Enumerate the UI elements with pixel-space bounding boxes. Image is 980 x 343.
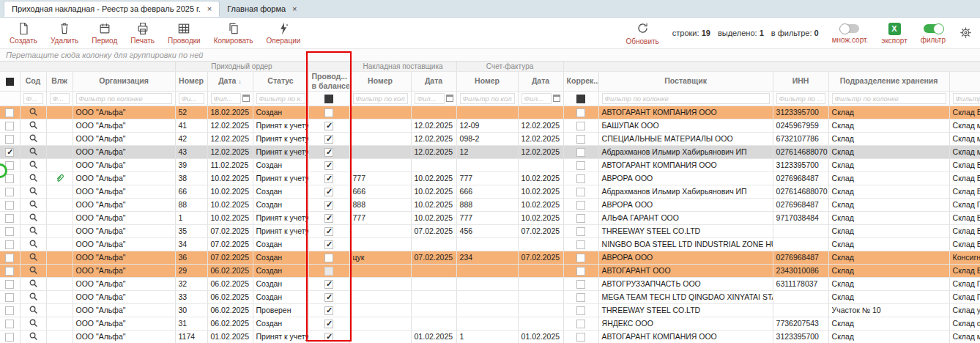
corr-checkbox[interactable] xyxy=(576,108,585,117)
row-select-checkbox[interactable] xyxy=(5,108,14,117)
table-row[interactable]: ООО "Альфа"4112.02.2025Принят к учету12.… xyxy=(0,119,980,132)
filter-checkbox-posted[interactable] xyxy=(324,95,333,103)
open-record-icon[interactable] xyxy=(29,305,38,316)
row-select-checkbox[interactable] xyxy=(5,161,14,170)
filter-input-sup_num[interactable] xyxy=(353,93,408,104)
period-button[interactable]: Период xyxy=(86,20,122,46)
table-row[interactable]: ООО "Альфа"3006.02.2025ПроверенTHREEWAY … xyxy=(0,303,980,317)
copy-button[interactable]: Копировать xyxy=(209,20,259,46)
tab-main-form[interactable]: Главная форма × xyxy=(220,1,304,17)
column-header-po_num[interactable]: Номер xyxy=(175,71,207,91)
table-row[interactable]: ООО "Альфа"4212.02.2025Принят к учету12.… xyxy=(0,132,980,145)
refresh-button[interactable]: Обновить xyxy=(626,21,658,45)
corr-checkbox[interactable] xyxy=(576,293,585,302)
column-header-inn[interactable]: ИНН xyxy=(773,71,828,91)
row-select-checkbox[interactable] xyxy=(5,201,14,210)
filter-input-supplier[interactable] xyxy=(602,93,770,104)
corr-checkbox[interactable] xyxy=(576,227,585,236)
row-select-checkbox[interactable] xyxy=(5,188,14,196)
filter-input-sod[interactable] xyxy=(23,93,43,104)
posted-checkbox[interactable] xyxy=(324,320,333,328)
posted-checkbox[interactable] xyxy=(324,188,333,196)
table-row[interactable]: ООО "Альфа"4312.02.2025Принят к учету12.… xyxy=(0,145,980,158)
column-header-po_date[interactable]: Дата ↓ xyxy=(207,71,253,91)
calendar-icon[interactable] xyxy=(553,95,560,102)
print-button[interactable]: Печать xyxy=(125,20,160,46)
tab-close-icon[interactable]: × xyxy=(292,4,297,13)
calendar-icon[interactable] xyxy=(242,95,250,102)
open-record-icon[interactable] xyxy=(29,252,38,263)
column-header-org[interactable]: Организация xyxy=(73,71,175,91)
column-header-extra[interactable] xyxy=(949,71,980,91)
corr-checkbox[interactable] xyxy=(576,214,585,223)
filter-input-sf_date[interactable] xyxy=(521,93,552,104)
row-select-checkbox[interactable] xyxy=(5,135,14,144)
corr-checkbox[interactable] xyxy=(576,201,585,210)
table-row[interactable]: ООО "Альфа"5218.02.2025СозданАВТОГАРАНТ … xyxy=(0,106,980,119)
table-row[interactable]: ООО "Альфа"8810.02.2025Создан88810.02.20… xyxy=(0,198,980,211)
table-row[interactable]: ООО "Альфа"3911.02.2025СозданАВТОГАРАНТ … xyxy=(0,158,980,172)
corr-checkbox[interactable] xyxy=(576,280,585,289)
corr-checkbox[interactable] xyxy=(576,188,585,196)
table-row[interactable]: ООО "Альфа"117401.02.2025Принят к учету0… xyxy=(0,330,980,343)
column-header-sf_date[interactable]: Дата xyxy=(518,71,563,91)
row-select-checkbox[interactable] xyxy=(5,267,14,276)
export-button[interactable]: X экспорт xyxy=(881,22,907,45)
open-record-icon[interactable] xyxy=(29,107,38,118)
row-select-checkbox[interactable] xyxy=(5,122,14,130)
operations-button[interactable]: Операции xyxy=(261,20,306,46)
column-header-vlj[interactable]: Влж xyxy=(46,71,73,91)
column-header-supplier[interactable]: Поставщик xyxy=(598,71,773,91)
toggle-on-icon[interactable] xyxy=(924,24,943,33)
corr-checkbox[interactable] xyxy=(576,254,585,262)
open-record-icon[interactable] xyxy=(29,213,38,224)
open-record-icon[interactable] xyxy=(29,331,38,342)
filter-input-org[interactable] xyxy=(76,93,172,104)
posted-checkbox[interactable] xyxy=(324,267,333,276)
corr-checkbox[interactable] xyxy=(576,135,585,144)
filter-toggle[interactable]: фильтр xyxy=(921,22,946,44)
table-row[interactable]: ООО "Альфа"3206.02.2025СозданАВТОГРУЗЗАП… xyxy=(0,277,980,290)
row-select-checkbox[interactable] xyxy=(5,254,14,262)
posted-checkbox[interactable] xyxy=(324,201,333,210)
posted-checkbox[interactable] xyxy=(324,333,333,342)
open-record-icon[interactable] xyxy=(29,318,38,329)
table-row[interactable]: ООО "Альфа"3507.02.2025Принят к учету07.… xyxy=(0,224,980,237)
corr-checkbox[interactable] xyxy=(576,148,585,157)
open-record-icon[interactable] xyxy=(29,265,38,276)
column-header-corr[interactable]: Коррек... xyxy=(563,71,598,91)
corr-checkbox[interactable] xyxy=(576,320,585,328)
column-header-sod[interactable]: Сод xyxy=(20,71,46,91)
row-select-checkbox[interactable] xyxy=(5,148,14,157)
postings-button[interactable]: Проводки xyxy=(163,20,206,46)
table-row[interactable]: ООО "Альфа"3810.02.2025Принят к учету777… xyxy=(0,172,980,185)
open-record-icon[interactable] xyxy=(29,199,38,210)
create-button[interactable]: Создать xyxy=(4,20,42,46)
open-record-icon[interactable] xyxy=(29,292,38,303)
posted-checkbox[interactable] xyxy=(324,174,333,183)
table-row[interactable]: ООО "Альфа"3106.02.2025СозданЯНДЕКС ООО7… xyxy=(0,317,980,330)
filter-input-storage[interactable] xyxy=(832,93,946,104)
posted-checkbox[interactable] xyxy=(324,227,333,236)
grouping-drop-zone[interactable]: Перетащите сюда колонку для группировки … xyxy=(0,48,980,62)
filter-input-vlj[interactable] xyxy=(50,93,70,104)
filter-input-sup_date[interactable] xyxy=(415,93,445,104)
posted-checkbox[interactable] xyxy=(324,280,333,289)
open-record-icon[interactable] xyxy=(29,239,38,250)
row-select-checkbox[interactable] xyxy=(5,227,14,236)
settings-button[interactable] xyxy=(959,26,973,41)
filter-input-sf_num[interactable] xyxy=(460,93,515,104)
corr-checkbox[interactable] xyxy=(576,240,585,249)
posted-checkbox[interactable] xyxy=(324,108,333,117)
toggle-off-icon[interactable] xyxy=(840,24,859,33)
column-header-po_status[interactable]: Статус xyxy=(253,71,308,91)
filter-input-po_date[interactable] xyxy=(211,93,241,104)
row-select-checkbox[interactable] xyxy=(5,240,14,249)
attachment-icon[interactable] xyxy=(55,173,64,184)
calendar-icon[interactable] xyxy=(446,95,453,102)
multisort-toggle[interactable]: множ.сорт. xyxy=(832,22,869,44)
open-record-icon[interactable] xyxy=(29,147,38,158)
delete-button[interactable]: Удалить xyxy=(45,20,83,46)
row-select-checkbox[interactable] xyxy=(5,214,14,223)
posted-checkbox[interactable] xyxy=(324,254,333,262)
